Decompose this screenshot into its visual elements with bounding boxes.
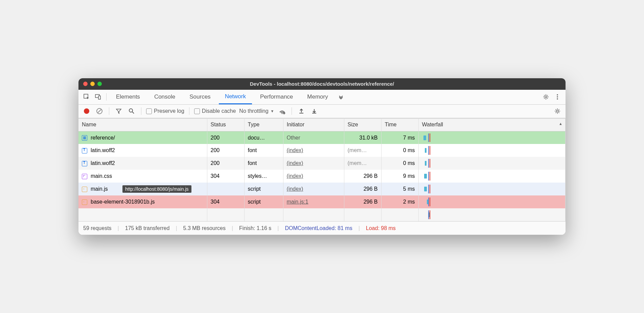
summary-requests: 59 requests [83, 225, 112, 231]
url-tooltip: http://localhost:8080/js/main.js [122, 185, 191, 193]
chevron-down-icon: ▼ [271, 109, 274, 113]
size-cell: 296 B [344, 183, 381, 195]
initiator-link[interactable]: main.js:1 [287, 199, 308, 205]
devtools-window: DevTools - localhost:8080/docs/devtools/… [78, 78, 566, 235]
column-size[interactable]: Size [344, 118, 381, 131]
column-initiator[interactable]: Initiator [283, 118, 344, 131]
summary-resources: 5.3 MB resources [183, 225, 226, 231]
font-file-icon [82, 148, 87, 153]
clear-icon[interactable] [95, 106, 104, 116]
initiator-link[interactable]: (index) [287, 186, 303, 192]
disable-cache-checkbox[interactable]: Disable cache [194, 108, 236, 114]
type-cell: docu… [244, 131, 283, 144]
device-toggle-icon[interactable] [93, 92, 103, 102]
size-cell: 296 B [344, 170, 381, 183]
preserve-log-label: Preserve log [154, 108, 184, 114]
table-row[interactable]: base-element-3018901b.js304scriptmain.js… [78, 195, 566, 208]
network-toolbar: Preserve log Disable cache No throttling… [78, 105, 566, 118]
time-cell: 2 ms [381, 195, 418, 208]
tab-performance[interactable]: Performance [254, 90, 299, 104]
panel-settings-icon[interactable] [553, 106, 562, 116]
window-titlebar: DevTools - localhost:8080/docs/devtools/… [78, 78, 566, 90]
tab-elements[interactable]: Elements [110, 90, 146, 104]
summary-load: Load: 98 ms [366, 225, 396, 231]
font-file-icon [82, 161, 87, 166]
network-conditions-icon[interactable] [277, 106, 287, 116]
disable-cache-label: Disable cache [202, 108, 236, 114]
request-name: main.js [91, 186, 108, 192]
request-name: latin.woff2 [91, 147, 115, 153]
separator [141, 107, 141, 115]
time-cell: 0 ms [381, 144, 418, 157]
status-cell: 200 [207, 144, 244, 157]
filter-icon[interactable] [114, 106, 123, 116]
more-tabs-icon[interactable] [336, 92, 346, 102]
summary-finish: Finish: 1.16 s [239, 225, 271, 231]
waterfall-bar [424, 174, 427, 179]
traffic-lights [83, 82, 102, 86]
table-row[interactable]: reference/200docu…Other31.0 kB7 ms [78, 131, 566, 144]
throttling-select[interactable]: No throttling ▼ [239, 108, 274, 114]
preserve-log-checkbox[interactable]: Preserve log [146, 108, 184, 114]
tab-console[interactable]: Console [148, 90, 181, 104]
time-cell: 0 ms [381, 157, 418, 170]
waterfall-bar [425, 161, 427, 166]
size-cell: 296 B [344, 195, 381, 208]
status-cell: 304 [207, 195, 244, 208]
close-icon[interactable] [83, 82, 88, 86]
request-name: reference/ [91, 135, 115, 141]
type-cell: font [244, 144, 283, 157]
size-cell: (mem… [344, 144, 381, 157]
download-har-icon[interactable] [309, 106, 319, 116]
js-file-icon [82, 200, 87, 205]
initiator-link[interactable]: (index) [287, 173, 303, 179]
size-cell: 31.0 kB [344, 131, 381, 144]
column-type[interactable]: Type [244, 118, 283, 131]
tab-network[interactable]: Network [219, 90, 252, 104]
separator [106, 93, 107, 101]
svg-rect-2 [98, 96, 100, 99]
js-file-icon [82, 187, 87, 192]
column-time[interactable]: Time [381, 118, 418, 131]
initiator-link[interactable]: (index) [287, 147, 303, 153]
initiator-link[interactable]: (index) [287, 160, 303, 166]
status-cell: 304 [207, 170, 244, 183]
tab-sources[interactable]: Sources [183, 90, 216, 104]
table-row[interactable]: main.jshttp://localhost:8080/js/main.jss… [78, 183, 566, 195]
devtools-tabbar: ElementsConsoleSourcesNetworkPerformance… [78, 90, 566, 105]
svg-point-5 [557, 96, 558, 98]
tab-memory[interactable]: Memory [301, 90, 334, 104]
settings-icon[interactable] [541, 92, 551, 102]
kebab-menu-icon[interactable] [553, 92, 562, 102]
doc-file-icon [82, 135, 87, 141]
separator [189, 107, 189, 115]
column-status[interactable]: Status [207, 118, 244, 131]
waterfall-bar [423, 135, 426, 140]
column-name[interactable]: Name [78, 118, 207, 131]
request-name: main.css [91, 173, 112, 179]
search-icon[interactable] [127, 106, 136, 116]
status-cell: 200 [207, 131, 244, 144]
css-file-icon [82, 174, 87, 179]
network-table: Name Status Type Initiator Size Time Wat… [78, 118, 566, 222]
svg-point-9 [129, 109, 133, 112]
table-row[interactable]: main.css304styles…(index)296 B9 ms [78, 170, 566, 183]
maximize-icon[interactable] [97, 82, 102, 86]
status-cell [207, 183, 244, 195]
inspect-icon[interactable] [82, 92, 91, 102]
time-cell: 5 ms [381, 183, 418, 195]
upload-har-icon[interactable] [297, 106, 306, 116]
summary-domcontentloaded: DOMContentLoaded: 81 ms [285, 225, 352, 231]
table-row[interactable]: latin.woff2200font(index)(mem…0 ms [78, 144, 566, 157]
waterfall-bar [425, 148, 427, 153]
status-cell: 200 [207, 157, 244, 170]
column-waterfall[interactable]: Waterfall [418, 118, 566, 131]
separator [292, 107, 292, 115]
minimize-icon[interactable] [90, 82, 95, 86]
table-row[interactable]: latin.woff2200font(index)(mem…0 ms [78, 157, 566, 170]
type-cell: font [244, 157, 283, 170]
time-cell: 7 ms [381, 131, 418, 144]
record-button[interactable] [82, 106, 91, 116]
svg-point-11 [282, 113, 283, 114]
type-cell: script [244, 183, 283, 195]
